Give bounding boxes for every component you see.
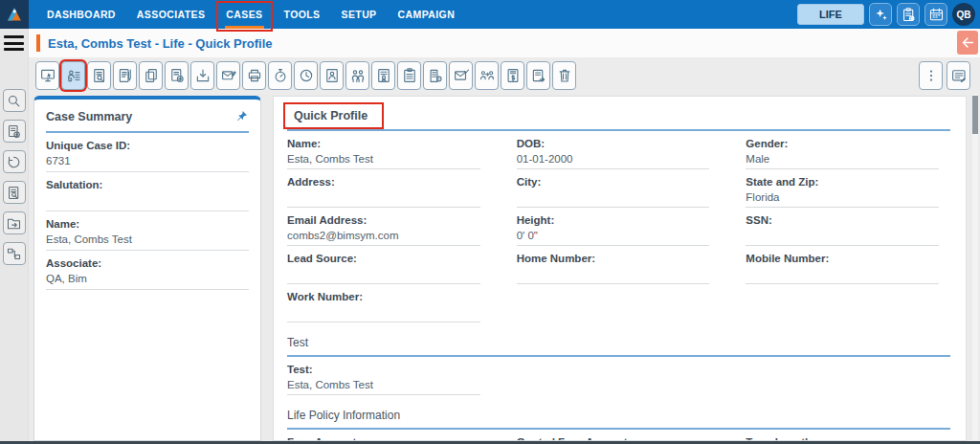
toolbar-left-icons: [35, 61, 576, 90]
empty-cell: [746, 290, 950, 322]
person-link-icon[interactable]: [475, 61, 499, 90]
doc-pen-icon[interactable]: [113, 61, 137, 90]
nav-right-cluster: LIFE QB: [797, 3, 980, 26]
copy-icon[interactable]: [139, 61, 163, 90]
profile-field: State and Zip:Florida: [746, 175, 939, 208]
toolbar-right-icons: [919, 61, 970, 90]
mail-pen-icon[interactable]: [216, 61, 240, 90]
trash-icon[interactable]: [552, 61, 576, 90]
field-value: [746, 267, 939, 280]
nav-items: DASHBOARDASSOCIATESCASESTOOLSSETUPCAMPAI…: [36, 0, 465, 29]
monitor-icon[interactable]: [35, 61, 59, 90]
section-header: Life Policy Information: [287, 409, 950, 430]
nav-item-label: CAMPAIGN: [398, 9, 456, 20]
field-label: SSN:: [746, 213, 939, 227]
user-badge[interactable]: QB: [952, 3, 975, 26]
doc-add-icon[interactable]: [165, 61, 189, 90]
nav-item-setup[interactable]: SETUP: [331, 0, 388, 29]
sparkles-icon[interactable]: [869, 3, 892, 26]
building-gear-icon[interactable]: [423, 61, 447, 90]
doc-export-icon[interactable]: [526, 61, 550, 90]
field-label: Associate:: [46, 256, 249, 270]
breadcrumb-row: Esta, Combs Test - Life - Quick Profile: [29, 29, 980, 57]
nav-item-label: DASHBOARD: [47, 9, 116, 20]
people-icon[interactable]: [345, 61, 369, 90]
field-label: Email Address:: [287, 213, 480, 227]
pushpin-icon[interactable]: [234, 109, 249, 123]
case-summary-header: Case Summary: [46, 100, 249, 133]
mail-check-icon[interactable]: [449, 61, 473, 90]
field-value: Esta, Combs Test: [46, 233, 249, 246]
stopwatch-icon[interactable]: [268, 61, 292, 90]
field-label: Gender:: [746, 137, 939, 150]
empty-cell: [517, 290, 722, 322]
arrow-left-icon: [961, 35, 975, 50]
nav-item-cases[interactable]: CASES: [215, 0, 273, 29]
case-summary-field: Associate:QA, Bim: [46, 251, 249, 290]
field-label: Home Number:: [517, 252, 710, 265]
mode-button-life[interactable]: LIFE: [797, 4, 864, 25]
folder-export-icon[interactable]: [3, 211, 26, 234]
calendar-icon[interactable]: [924, 3, 947, 26]
vertical-scrollbar[interactable]: [972, 94, 978, 440]
clock-icon[interactable]: [294, 61, 318, 90]
nav-item-label: ASSOCIATES: [137, 9, 205, 20]
sidebar-icons: [0, 89, 28, 265]
quick-profile-title-row: Quick Profile: [287, 102, 950, 131]
quick-profile-panel: Quick Profile Name:Esta, Combs TestDOB:0…: [273, 96, 967, 441]
profile-field: Home Number:: [517, 252, 710, 284]
note-icon[interactable]: [947, 61, 970, 90]
case-summary-fields: Unique Case ID:6731Salutation:Name:Esta,…: [46, 133, 249, 290]
field-value: [287, 305, 480, 319]
nav-item-associates[interactable]: ASSOCIATES: [126, 0, 215, 29]
nav-item-tools[interactable]: TOOLS: [274, 0, 331, 29]
clipboard-list-icon[interactable]: [397, 61, 421, 90]
quick-profile-title: Quick Profile: [283, 102, 384, 129]
nav-item-dashboard[interactable]: DASHBOARD: [36, 0, 126, 29]
doc-search-icon[interactable]: [87, 61, 111, 90]
field-label: Height:: [517, 213, 710, 227]
case-summary-field: Name:Esta, Combs Test: [46, 211, 249, 251]
field-value: [287, 190, 480, 204]
profile-field: Lead Source:: [287, 252, 480, 284]
profile-field: Gender:Male: [746, 137, 939, 169]
toolbar: [29, 57, 980, 94]
field-value: Esta, Combs Test: [287, 378, 480, 391]
profile-field: Work Number:: [287, 290, 480, 322]
app-logo-icon[interactable]: [0, 0, 29, 29]
invoice-icon[interactable]: [501, 61, 524, 90]
nav-item-campaign[interactable]: CAMPAIGN: [388, 0, 466, 29]
doc-search-icon[interactable]: [3, 181, 26, 204]
field-value: Florida: [746, 190, 939, 204]
case-summary-field: Unique Case ID:6731: [46, 133, 249, 172]
page-title: Esta, Combs Test - Life - Quick Profile: [48, 36, 273, 51]
quick-profile-icon[interactable]: [61, 61, 85, 90]
download-icon[interactable]: [190, 61, 214, 90]
case-summary-field: Salutation:: [46, 172, 249, 211]
scrollbar-thumb[interactable]: [972, 96, 978, 134]
flow-icon[interactable]: [3, 242, 26, 265]
field-value: [517, 267, 710, 280]
clipboard-add-icon[interactable]: [897, 3, 920, 26]
printer-icon[interactable]: [242, 61, 266, 90]
search-icon[interactable]: [3, 89, 26, 112]
doc-add-icon[interactable]: [3, 120, 26, 143]
nav-action-icons: [869, 3, 947, 26]
field-value: [46, 193, 249, 207]
empty-cell: [517, 363, 722, 395]
hamburger-menu-icon[interactable]: [4, 35, 24, 51]
field-label: Name:: [287, 137, 480, 150]
breadcrumb-accent-bar: [36, 34, 40, 52]
back-button[interactable]: [957, 31, 978, 55]
doc-person-icon[interactable]: [320, 61, 344, 90]
kebab-icon[interactable]: [919, 61, 943, 90]
field-label: City:: [517, 175, 710, 189]
profile-field: Name:Esta, Combs Test: [287, 137, 480, 169]
certificate-icon[interactable]: [371, 61, 395, 90]
profile-field-row: Test:Esta, Combs Test: [287, 363, 950, 395]
field-value: combs2@bimsym.com: [287, 229, 480, 242]
field-value: [746, 229, 939, 242]
profile-field: Height:0' 0": [517, 213, 710, 246]
history-icon[interactable]: [3, 150, 26, 173]
top-nav-bar: DASHBOARDASSOCIATESCASESTOOLSSETUPCAMPAI…: [0, 0, 980, 29]
